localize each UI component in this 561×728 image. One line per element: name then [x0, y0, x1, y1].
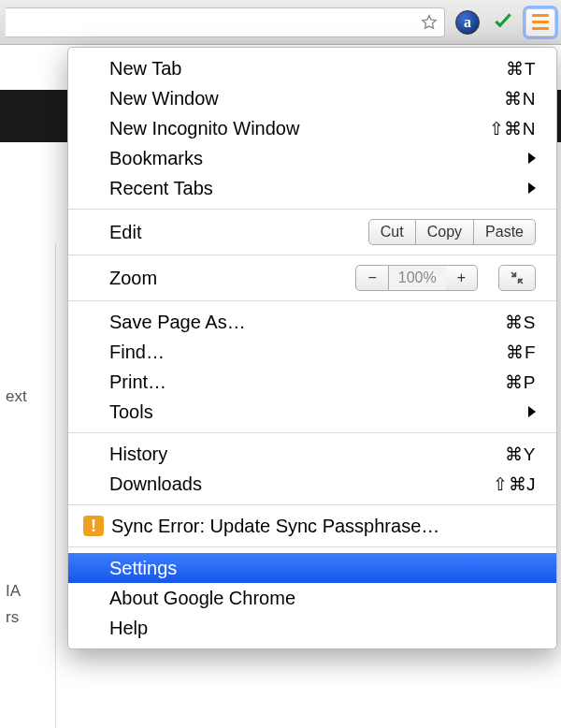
copy-button[interactable]: Copy	[416, 219, 474, 245]
page-sidebar-fragment: ext IA rs	[0, 243, 56, 728]
menu-downloads[interactable]: Downloads ⇧⌘J	[68, 469, 556, 499]
submenu-arrow-icon	[528, 153, 536, 164]
menu-accelerator: ⌘P	[505, 371, 536, 393]
menu-accelerator: ⌘Y	[505, 444, 536, 465]
omnibox[interactable]	[6, 7, 445, 37]
menu-label: About Google Chrome	[109, 588, 536, 609]
browser-toolbar: a	[0, 0, 561, 45]
menu-separator	[68, 255, 556, 255]
menu-label: New Window	[109, 88, 504, 109]
menu-label: Help	[109, 618, 536, 639]
zoom-level: 100%	[389, 265, 446, 291]
menu-print[interactable]: Print… ⌘P	[68, 367, 556, 397]
menu-accelerator: ⌘F	[506, 342, 536, 363]
menu-label: Print…	[109, 371, 505, 393]
menu-new-tab[interactable]: New Tab ⌘T	[68, 53, 556, 83]
bookmark-star-icon[interactable]	[420, 13, 439, 32]
extension-a-icon[interactable]: a	[454, 9, 481, 36]
menu-accelerator: ⇧⌘N	[489, 118, 536, 139]
extension-check-icon[interactable]	[490, 9, 516, 36]
chrome-menu: New Tab ⌘T New Window ⌘N New Incognito W…	[67, 47, 557, 649]
menu-recent-tabs[interactable]: Recent Tabs	[68, 173, 556, 203]
bg-text: ext	[0, 384, 55, 410]
chrome-menu-button[interactable]	[525, 8, 555, 36]
menu-new-incognito[interactable]: New Incognito Window ⇧⌘N	[68, 113, 556, 143]
menu-label: History	[109, 444, 505, 465]
menu-separator	[68, 504, 556, 505]
extension-a-glyph: a	[455, 10, 480, 35]
menu-label: Bookmarks	[109, 148, 528, 169]
menu-accelerator: ⌘S	[505, 312, 536, 333]
menu-label: Downloads	[109, 473, 493, 495]
menu-settings[interactable]: Settings	[68, 553, 556, 583]
bg-text: IA	[0, 578, 55, 604]
menu-help[interactable]: Help	[68, 613, 556, 643]
menu-tools[interactable]: Tools	[68, 397, 556, 427]
zoom-button-group: − 100% +	[355, 265, 478, 291]
submenu-arrow-icon	[528, 182, 536, 194]
menu-new-window[interactable]: New Window ⌘N	[68, 83, 556, 113]
fullscreen-collapse-icon	[509, 269, 525, 286]
menu-separator	[68, 209, 556, 210]
menu-label: New Incognito Window	[109, 118, 489, 139]
edit-button-group: Cut Copy Paste	[368, 219, 536, 245]
menu-label: Zoom	[109, 268, 355, 289]
submenu-arrow-icon	[528, 406, 536, 417]
menu-accelerator: ⌘N	[504, 88, 536, 109]
bg-text: rs	[0, 604, 55, 631]
menu-about-chrome[interactable]: About Google Chrome	[68, 583, 556, 613]
menu-separator	[68, 432, 556, 433]
menu-bookmarks[interactable]: Bookmarks	[68, 143, 556, 173]
menu-find[interactable]: Find… ⌘F	[68, 337, 556, 367]
menu-label: Edit	[109, 222, 368, 243]
fullscreen-button[interactable]	[498, 265, 536, 291]
menu-label: Tools	[109, 401, 528, 423]
menu-separator	[68, 300, 556, 301]
menu-sync-error[interactable]: ! Sync Error: Update Sync Passphrase…	[68, 511, 556, 541]
menu-label: Find…	[109, 342, 506, 363]
menu-history[interactable]: History ⌘Y	[68, 439, 556, 469]
menu-label: Save Page As…	[109, 312, 505, 333]
menu-label: New Tab	[109, 58, 506, 80]
zoom-in-button[interactable]: +	[446, 265, 478, 291]
menu-label: Recent Tabs	[109, 178, 528, 199]
menu-accelerator: ⌘T	[506, 58, 536, 80]
menu-save-page-as[interactable]: Save Page As… ⌘S	[68, 307, 556, 337]
menu-edit-row: Edit Cut Copy Paste	[68, 215, 556, 249]
warning-icon: !	[83, 516, 104, 536]
cut-button[interactable]: Cut	[368, 219, 416, 245]
menu-zoom-row: Zoom − 100% +	[68, 261, 556, 295]
zoom-out-button[interactable]: −	[355, 265, 388, 291]
menu-label: Settings	[109, 558, 536, 579]
paste-button[interactable]: Paste	[474, 219, 536, 245]
menu-separator	[68, 546, 556, 547]
menu-accelerator: ⇧⌘J	[493, 473, 536, 495]
menu-label: Sync Error: Update Sync Passphrase…	[111, 516, 439, 537]
